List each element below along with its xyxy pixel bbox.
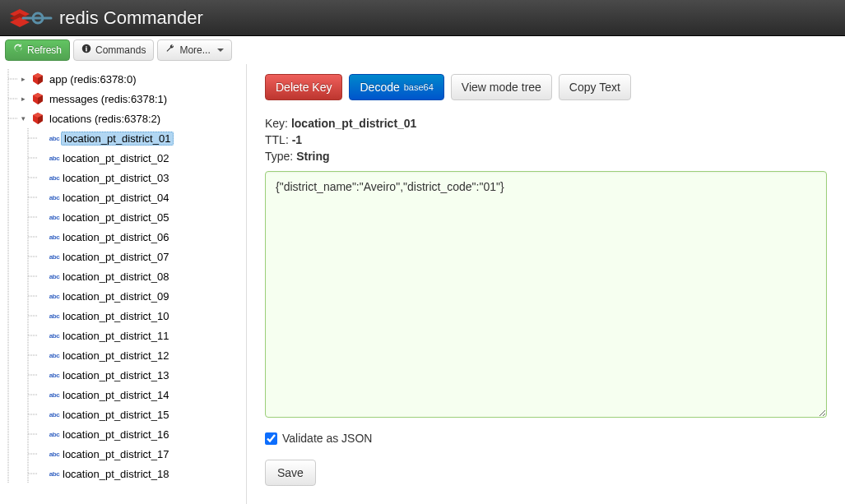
tree-item[interactable]: abclocation_pt_district_11 — [3, 326, 243, 345]
tree-item-label: location_pt_district_05 — [61, 210, 170, 224]
tree-item[interactable]: abclocation_pt_district_04 — [3, 187, 243, 207]
tree-lines — [3, 444, 18, 464]
tree-item[interactable]: abclocation_pt_district_03 — [3, 168, 243, 187]
tree-item[interactable]: abclocation_pt_district_07 — [3, 247, 243, 266]
refresh-label: Refresh — [27, 43, 62, 58]
tree-lines — [18, 187, 38, 207]
tree-item[interactable]: abclocation_pt_district_10 — [3, 306, 243, 326]
decode-label: Decode — [360, 80, 399, 95]
string-type-icon: abc — [48, 428, 61, 441]
database-icon — [31, 92, 44, 105]
tree-item[interactable]: abclocation_pt_district_09 — [3, 286, 243, 306]
tree-lines — [3, 109, 18, 128]
tree-lines — [3, 464, 18, 483]
tree-lines — [3, 424, 18, 444]
tree-lines — [3, 69, 18, 89]
commands-label: Commands — [95, 43, 146, 58]
commands-button[interactable]: i Commands — [73, 39, 154, 61]
tree-lines — [3, 168, 18, 187]
tree-item[interactable]: abclocation_pt_district_06 — [3, 227, 243, 247]
tree-item-label: location_pt_district_02 — [61, 151, 170, 165]
action-row: Delete Key Decode base64 View mode tree … — [265, 74, 827, 100]
tree-lines — [18, 247, 38, 266]
tree-lines — [3, 405, 18, 424]
tree-lines — [3, 326, 18, 345]
string-type-icon: abc — [48, 289, 61, 303]
string-type-icon: abc — [48, 171, 61, 184]
database-icon — [31, 72, 44, 86]
meta-block: Key: location_pt_district_01 TTL: -1 Typ… — [265, 117, 827, 163]
info-icon: i — [81, 43, 91, 58]
delete-key-button[interactable]: Delete Key — [265, 74, 342, 100]
refresh-icon — [13, 43, 23, 58]
meta-type: Type: String — [265, 150, 827, 163]
meta-key-label: Key: — [265, 117, 288, 130]
tree-item[interactable]: abclocation_pt_district_18 — [3, 464, 243, 483]
tree-item[interactable]: abclocation_pt_district_17 — [3, 444, 243, 464]
tree-item[interactable]: abclocation_pt_district_02 — [3, 148, 243, 168]
tree-item[interactable]: abclocation_pt_district_01 — [3, 128, 243, 148]
tree-item[interactable]: abclocation_pt_district_13 — [3, 365, 243, 385]
string-type-icon: abc — [48, 132, 61, 145]
meta-ttl-value: -1 — [292, 133, 302, 146]
more-label: More... — [179, 43, 210, 58]
tree-root[interactable]: ▸app (redis:6378:0) — [3, 69, 243, 89]
chevron-down-icon — [217, 49, 224, 52]
tree-item[interactable]: abclocation_pt_district_16 — [3, 424, 243, 444]
tree-lines — [3, 385, 18, 405]
app-header: redis Commander — [0, 0, 845, 36]
tree-sidebar[interactable]: ▸app (redis:6378:0)▸messages (redis:6378… — [0, 64, 247, 504]
meta-type-label: Type: — [265, 150, 293, 163]
more-button[interactable]: More... — [157, 39, 231, 61]
meta-key-value: location_pt_district_01 — [291, 117, 417, 130]
decode-button[interactable]: Decode base64 — [349, 74, 443, 100]
string-type-icon: abc — [48, 447, 61, 460]
tree-lines — [3, 128, 18, 148]
tree-toggle-icon[interactable]: ▸ — [18, 95, 28, 103]
tree-lines — [3, 286, 18, 306]
toolbar: Refresh i Commands More... — [0, 36, 845, 64]
meta-ttl: TTL: -1 — [265, 133, 827, 146]
tree-root-label: messages (redis:6378:1) — [48, 92, 169, 106]
tree-item[interactable]: abclocation_pt_district_14 — [3, 385, 243, 405]
tree-item-label: location_pt_district_10 — [61, 309, 170, 323]
view-mode-button[interactable]: View mode tree — [451, 74, 552, 100]
tree-lines — [3, 207, 18, 227]
tree-toggle-icon[interactable]: ▾ — [18, 114, 28, 123]
tree-toggle-icon[interactable]: ▸ — [18, 75, 28, 83]
tree-lines — [18, 266, 38, 286]
tree-root-label: locations (redis:6378:2) — [48, 112, 162, 126]
tree-root[interactable]: ▸messages (redis:6378:1) — [3, 89, 243, 109]
tree-lines — [3, 345, 18, 365]
save-button[interactable]: Save — [265, 460, 316, 486]
copy-text-button[interactable]: Copy Text — [559, 74, 631, 100]
tree-lines — [18, 424, 38, 444]
main: ▸app (redis:6378:0)▸messages (redis:6378… — [0, 64, 845, 504]
tree-item[interactable]: abclocation_pt_district_05 — [3, 207, 243, 227]
validate-json-checkbox[interactable] — [265, 432, 277, 445]
tree-item[interactable]: abclocation_pt_district_15 — [3, 405, 243, 424]
tree-root-label: app (redis:6378:0) — [48, 72, 138, 86]
refresh-button[interactable]: Refresh — [5, 39, 70, 61]
decode-sublabel: base64 — [404, 80, 434, 95]
tree-item-label: location_pt_district_01 — [61, 132, 174, 146]
string-type-icon: abc — [48, 210, 61, 224]
tree-item[interactable]: abclocation_pt_district_12 — [3, 345, 243, 365]
meta-key: Key: location_pt_district_01 — [265, 117, 827, 130]
tree-root[interactable]: ▾locations (redis:6378:2) — [3, 109, 243, 128]
redis-logo — [7, 6, 53, 30]
meta-ttl-label: TTL: — [265, 133, 289, 146]
string-type-icon: abc — [48, 467, 61, 480]
tree-item-label: location_pt_district_13 — [61, 368, 170, 382]
validate-json-row[interactable]: Validate as JSON — [265, 432, 827, 445]
tree-item-label: location_pt_district_15 — [61, 408, 170, 422]
tree-lines — [18, 168, 38, 187]
string-type-icon: abc — [48, 408, 61, 421]
content-pane: Delete Key Decode base64 View mode tree … — [247, 64, 845, 504]
tree-lines — [18, 148, 38, 168]
tree-item-label: location_pt_district_17 — [61, 447, 170, 461]
string-type-icon: abc — [48, 270, 61, 283]
tree-lines — [18, 128, 38, 148]
tree-item[interactable]: abclocation_pt_district_08 — [3, 266, 243, 286]
value-textarea[interactable] — [265, 171, 827, 418]
